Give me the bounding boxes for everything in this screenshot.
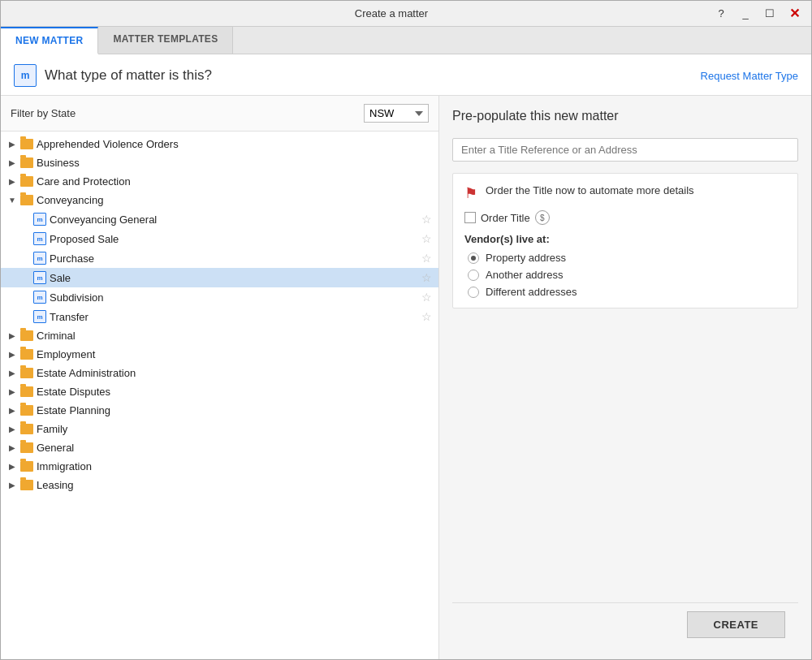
- arrow-estate-planning: [7, 406, 17, 416]
- folder-icon-employment: [20, 349, 33, 360]
- tree-label-apprehended: Apprehended Violence Orders: [37, 138, 179, 150]
- arrow-criminal: [7, 331, 17, 341]
- tab-new-matter[interactable]: NEW MATTER: [1, 27, 98, 54]
- folder-icon-criminal: [20, 330, 33, 341]
- header-left: m What type of matter is this?: [14, 64, 212, 87]
- radio-different-addresses-label: Different addresses: [486, 286, 577, 298]
- tabs-bar: NEW MATTER MATTER TEMPLATES: [1, 27, 811, 54]
- radio-different-addresses[interactable]: Different addresses: [468, 286, 786, 298]
- radio-different-addresses-indicator: [468, 287, 479, 298]
- tree-item-business[interactable]: Business: [1, 153, 438, 172]
- tree-item-care-protection[interactable]: Care and Protection: [1, 172, 438, 191]
- tree-item-purchase[interactable]: m Purchase ☆: [1, 248, 438, 268]
- star-sale[interactable]: ☆: [421, 271, 432, 284]
- bottom-bar: CREATE: [452, 602, 798, 646]
- tree-label-conv-general: Conveyancing General: [50, 214, 157, 226]
- tree-container: Apprehended Violence Orders Business Car…: [1, 132, 438, 659]
- tree-item-immigration[interactable]: Immigration: [1, 457, 438, 476]
- tree-label-subdivision: Subdivision: [50, 291, 104, 304]
- tree-label-estate-admin: Estate Administration: [37, 367, 136, 379]
- tree-label-business: Business: [37, 157, 80, 169]
- radio-another-address[interactable]: Another address: [468, 269, 786, 281]
- left-panel: Filter by State NSW VIC QLD SA WA TAS NT…: [1, 96, 439, 659]
- title-bar: Create a matter ? _ ☐ ✕: [1, 1, 811, 27]
- tree-label-family: Family: [37, 423, 67, 435]
- request-matter-type-link[interactable]: Request Matter Type: [701, 70, 798, 82]
- matter-icon: m: [14, 64, 37, 87]
- tree-item-conveyancing[interactable]: Conveyancing: [1, 191, 438, 209]
- tree-item-estate-planning[interactable]: Estate Planning: [1, 401, 438, 420]
- tree-item-criminal[interactable]: Criminal: [1, 326, 438, 345]
- arrow-employment: [7, 350, 17, 360]
- tree-item-general[interactable]: General: [1, 438, 438, 457]
- page-header: m What type of matter is this? Request M…: [1, 54, 811, 96]
- tree-item-estate-admin[interactable]: Estate Administration: [1, 364, 438, 382]
- help-button[interactable]: ?: [710, 6, 732, 22]
- star-purchase[interactable]: ☆: [421, 252, 432, 265]
- tree-item-apprehended[interactable]: Apprehended Violence Orders: [1, 135, 438, 153]
- tree-item-sale[interactable]: m Sale ☆: [1, 268, 438, 287]
- star-transfer[interactable]: ☆: [421, 310, 432, 323]
- tree-item-leasing[interactable]: Leasing: [1, 476, 438, 494]
- tree-label-sale: Sale: [50, 272, 71, 284]
- arrow-estate-disputes: [7, 387, 17, 397]
- matter-icon-subdivision: m: [33, 291, 46, 304]
- order-header: ⚑ Order the Title now to automate more d…: [464, 183, 786, 202]
- tree-item-employment[interactable]: Employment: [1, 345, 438, 364]
- folder-icon-estate-planning: [20, 405, 33, 416]
- search-input[interactable]: [461, 144, 789, 156]
- tree-label-criminal: Criminal: [37, 330, 76, 342]
- arrow-business: [7, 158, 17, 168]
- prepopulate-title: Pre-populate this new matter: [452, 109, 798, 123]
- order-section: ⚑ Order the Title now to automate more d…: [452, 173, 798, 308]
- tree-item-estate-disputes[interactable]: Estate Disputes: [1, 382, 438, 401]
- folder-icon-estate-admin: [20, 368, 33, 378]
- tab-matter-templates[interactable]: MATTER TEMPLATES: [98, 27, 233, 54]
- state-select[interactable]: NSW VIC QLD SA WA TAS NT ACT: [364, 104, 429, 123]
- folder-icon-leasing: [20, 480, 33, 490]
- radio-group: Property address Another address Differe…: [464, 252, 786, 298]
- order-title-row: Order Title $: [464, 210, 786, 225]
- search-wrapper: [452, 138, 798, 162]
- create-button[interactable]: CREATE: [687, 611, 785, 638]
- folder-icon-estate-disputes: [20, 386, 33, 397]
- tree-item-conv-general[interactable]: m Conveyancing General ☆: [1, 209, 438, 229]
- flag-icon: ⚑: [464, 184, 477, 202]
- vendors-label: Vendor(s) live at:: [464, 233, 786, 245]
- tree-item-subdivision[interactable]: m Subdivision ☆: [1, 287, 438, 307]
- star-conv-general[interactable]: ☆: [421, 213, 432, 226]
- tree-item-family[interactable]: Family: [1, 420, 438, 438]
- matter-icon-purchase: m: [33, 252, 46, 265]
- matter-icon-proposed-sale: m: [33, 232, 46, 245]
- radio-property-address[interactable]: Property address: [468, 252, 786, 264]
- filter-label: Filter by State: [11, 107, 76, 119]
- window-controls: ? _ ☐ ✕: [710, 6, 805, 22]
- folder-icon-general: [20, 442, 33, 453]
- dollar-badge: $: [535, 210, 550, 225]
- tree-label-proposed-sale: Proposed Sale: [50, 233, 119, 245]
- matter-icon-sale: m: [33, 271, 46, 284]
- star-subdivision[interactable]: ☆: [421, 291, 432, 304]
- tree-label-general: General: [37, 442, 74, 454]
- folder-icon-apprehended: [20, 139, 33, 149]
- tree-label-leasing: Leasing: [37, 479, 74, 491]
- tree-item-transfer[interactable]: m Transfer ☆: [1, 307, 438, 326]
- arrow-apprehended: [7, 140, 17, 149]
- maximize-button[interactable]: ☐: [759, 6, 780, 22]
- tree-label-transfer: Transfer: [50, 311, 89, 323]
- arrow-leasing: [7, 481, 17, 490]
- star-proposed-sale[interactable]: ☆: [421, 232, 432, 245]
- order-header-text: Order the Title now to automate more det…: [486, 183, 694, 198]
- arrow-estate-admin: [7, 369, 17, 378]
- tree-label-purchase: Purchase: [50, 252, 94, 265]
- arrow-immigration: [7, 462, 17, 472]
- order-title-checkbox[interactable]: [464, 212, 476, 223]
- arrow-care: [7, 177, 17, 187]
- tree-item-proposed-sale[interactable]: m Proposed Sale ☆: [1, 229, 438, 248]
- radio-another-address-indicator: [468, 270, 479, 281]
- radio-another-address-label: Another address: [486, 269, 563, 281]
- close-button[interactable]: ✕: [784, 6, 805, 22]
- tree-label-estate-disputes: Estate Disputes: [37, 386, 110, 398]
- minimize-button[interactable]: _: [735, 6, 756, 22]
- tree-label-immigration: Immigration: [37, 460, 92, 472]
